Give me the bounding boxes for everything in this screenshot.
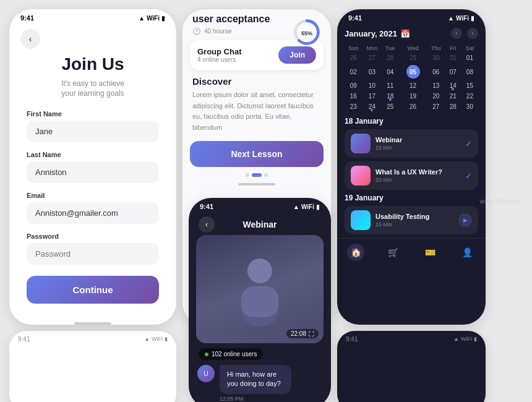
webinar-card: 9:41 ▲ WiFi ▮ ‹ Webinar 22:08 ⛶ 102 onli…	[189, 198, 331, 402]
time-bottom-left: 9:41	[18, 336, 30, 343]
webinar-back-button[interactable]: ‹	[199, 216, 215, 233]
cal-day[interactable]: 18	[382, 91, 398, 101]
online-badge: 102 online users	[199, 348, 263, 360]
cal-day[interactable]: 29	[398, 53, 427, 63]
cal-day[interactable]: 08	[461, 63, 478, 80]
cal-day[interactable]: 03	[363, 63, 382, 80]
cal-day[interactable]: 19	[398, 91, 427, 101]
signal-icon-webinar: ▲	[293, 203, 299, 210]
person-silhouette	[235, 252, 285, 327]
next-lesson-button[interactable]: Next Lesson	[190, 141, 324, 167]
cal-day[interactable]: 15	[461, 80, 478, 91]
cal-day[interactable]: 10	[363, 80, 382, 91]
schedule-item-1[interactable]: Webinar 15 Min ✓	[345, 129, 478, 158]
cal-day[interactable]: 07	[445, 63, 461, 80]
schedule-item-2[interactable]: What Is a UX Writer? 20 Min ✓	[345, 161, 478, 190]
cal-day[interactable]: 27	[427, 101, 445, 112]
wifi-br: WiFi	[461, 336, 472, 343]
cal-day[interactable]: 28	[382, 53, 398, 63]
email-label: Email	[27, 192, 159, 199]
status-bar-cal: 9:41 ▲ WiFi ▮	[337, 9, 486, 24]
cal-prev-button[interactable]: ‹	[451, 28, 462, 39]
email-input[interactable]	[27, 202, 159, 224]
cal-day[interactable]: 30	[427, 53, 445, 63]
password-input[interactable]	[27, 243, 159, 265]
cal-day[interactable]: 17	[363, 91, 382, 101]
schedule-info-3: Usability Testing 15 Min	[375, 213, 453, 228]
cal-day[interactable]: 11	[382, 80, 398, 91]
signal-icon-cal: ▲	[448, 15, 454, 22]
chat-avatar-1: U	[197, 365, 215, 382]
cal-day[interactable]: 21	[445, 91, 461, 101]
schedule-item-3[interactable]: Usability Testing 15 Min ▶	[345, 206, 478, 234]
cal-day[interactable]: 06	[427, 63, 445, 80]
time-webinar: 9:41	[200, 203, 213, 210]
cal-day[interactable]: 09	[345, 80, 363, 91]
first-name-input[interactable]	[27, 121, 159, 142]
join-card: 9:41 ▲ WiFi ▮ ‹ Join Us It's easy to ach…	[9, 9, 176, 325]
schedule-name-3: Usability Testing	[375, 213, 453, 220]
bottom-nav: 🏠 🛒 🎫 👤	[337, 238, 486, 267]
home-indicator-course	[238, 183, 275, 186]
cal-day[interactable]: 22	[461, 91, 478, 101]
status-icons-bl: ▲ WiFi ▮	[144, 336, 168, 343]
pagination-dots	[182, 173, 331, 177]
discover-title: Discover	[182, 76, 331, 90]
schedule-info-1: Webinar 15 Min	[375, 136, 460, 151]
nav-ticket-icon[interactable]: 🎫	[421, 244, 439, 261]
day-mon: Mon	[363, 44, 382, 53]
first-name-label: First Name	[27, 110, 159, 118]
cal-day[interactable]: 23	[345, 101, 363, 112]
calendar-header: January, 2021 📅 ‹ ›	[345, 28, 478, 39]
cal-day[interactable]: 28	[445, 101, 461, 112]
cal-day[interactable]: 01	[461, 53, 478, 63]
cal-day[interactable]: 14	[445, 80, 461, 91]
back-icon: ‹	[29, 34, 32, 44]
calendar-card: 9:41 ▲ WiFi ▮ January, 2021 📅 ‹ › Sun Mo…	[337, 9, 486, 325]
schedule-duration-2: 20 Min	[375, 177, 460, 183]
status-bar-join: 9:41 ▲ WiFi ▮	[9, 9, 176, 24]
back-button[interactable]: ‹	[20, 29, 40, 49]
status-icons-cal: ▲ WiFi ▮	[448, 15, 474, 22]
cal-day[interactable]: 30	[461, 101, 478, 112]
cal-day[interactable]: 16	[345, 91, 363, 101]
cal-day[interactable]: 04	[382, 63, 398, 80]
schedule-duration-3: 15 Min	[375, 221, 453, 228]
calendar-icon: 📅	[400, 29, 410, 38]
cal-day[interactable]: 26	[398, 101, 427, 112]
video-area: 22:08 ⛶	[196, 235, 324, 343]
cal-day[interactable]: 31	[445, 53, 461, 63]
schedule-info-2: What Is a UX Writer? 20 Min	[375, 168, 460, 183]
cal-day[interactable]: 26	[345, 53, 363, 63]
last-name-input[interactable]	[27, 161, 159, 183]
cal-day[interactable]: 20	[427, 91, 445, 101]
play-icon[interactable]: ▶	[458, 213, 472, 227]
chat-time-1: 12:05 PM	[220, 396, 322, 402]
cal-day-today[interactable]: 05	[398, 63, 427, 80]
cal-next-button[interactable]: ›	[467, 28, 478, 39]
join-title: Join Us	[27, 54, 159, 75]
watermark: www.25xt.com	[480, 198, 520, 205]
cal-day[interactable]: 13	[427, 80, 445, 91]
nav-cart-icon[interactable]: 🛒	[384, 244, 401, 261]
calendar-grid: Sun Mon Tue Wed Thu Fri Sat 26 27 28 29 …	[345, 44, 478, 112]
battery-icon-cal: ▮	[471, 15, 474, 22]
home-indicator	[74, 322, 111, 325]
cal-day[interactable]: 24	[363, 101, 382, 112]
nav-home-icon[interactable]: 🏠	[347, 244, 364, 261]
join-group-button[interactable]: Join	[278, 46, 316, 64]
day-sun: Sun	[345, 44, 363, 53]
cal-day[interactable]: 02	[345, 63, 363, 80]
wifi-bl: WiFi	[152, 336, 163, 343]
cal-nav: ‹ ›	[451, 28, 478, 39]
status-bar-webinar: 9:41 ▲ WiFi ▮	[189, 198, 331, 213]
fullscreen-icon[interactable]: ⛶	[309, 331, 314, 337]
nav-profile-icon[interactable]: 👤	[458, 244, 476, 261]
dot-3	[264, 173, 268, 177]
continue-button[interactable]: Continue	[27, 276, 159, 304]
join-form-content: Join Us It's easy to achieve your learni…	[9, 54, 176, 316]
cal-day[interactable]: 27	[363, 53, 382, 63]
cal-day[interactable]: 12	[398, 80, 427, 91]
schedule-thumb-2	[351, 166, 371, 186]
cal-day[interactable]: 25	[382, 101, 398, 112]
